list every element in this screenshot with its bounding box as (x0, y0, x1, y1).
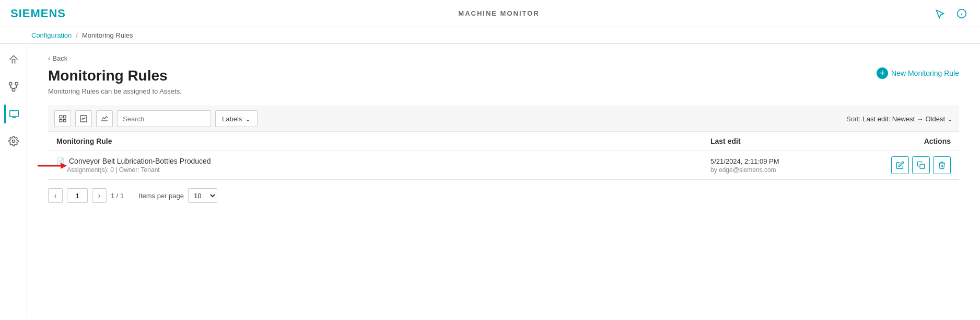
svg-rect-14 (60, 116, 62, 118)
toolbar: Labels ⌄ Sort: Last edit: Newest → Oldes… (48, 106, 959, 132)
svg-rect-5 (12, 88, 15, 91)
sort-chevron-icon[interactable]: ⌄ (947, 115, 953, 123)
delete-rule-button[interactable] (933, 156, 951, 174)
rule-name: Conveyor Belt Lubrication-Bottles Produc… (69, 157, 211, 165)
sort-label: Sort: (846, 115, 860, 123)
page-title-area: Monitoring Rules (48, 67, 168, 84)
main-layout: ‹ Back Monitoring Rules + New Monitoring… (0, 44, 980, 317)
svg-rect-17 (63, 119, 66, 122)
cursor-icon-button[interactable] (932, 6, 948, 21)
rule-name-cell: 📄 Conveyor Belt Lubrication-Bottles Prod… (56, 157, 710, 174)
svg-rect-15 (63, 116, 66, 118)
svg-rect-3 (9, 83, 11, 85)
svg-rect-10 (10, 110, 19, 117)
rule-name-row: 📄 Conveyor Belt Lubrication-Bottles Prod… (56, 157, 211, 165)
page-total: 1 / 1 (111, 192, 124, 200)
view-list-button[interactable] (54, 110, 71, 127)
view-chart-button[interactable] (75, 110, 92, 127)
breadcrumb-monitoring-rules: Monitoring Rules (82, 31, 133, 39)
last-edit-by: by edge@siemens.com (710, 166, 857, 174)
sort-value[interactable]: Last edit: Newest → Oldest (862, 115, 945, 123)
svg-marker-21 (61, 163, 67, 169)
back-chevron-icon: ‹ (48, 54, 50, 62)
page-number-input[interactable] (67, 188, 88, 203)
labels-dropdown-button[interactable]: Labels ⌄ (215, 110, 258, 127)
breadcrumb-configuration[interactable]: Configuration (31, 31, 72, 39)
items-per-page-label: Items per page (138, 192, 184, 200)
svg-point-13 (12, 140, 15, 143)
sidebar-item-home[interactable] (4, 50, 23, 69)
sidebar-item-settings[interactable] (4, 132, 23, 151)
svg-rect-16 (60, 119, 62, 122)
siemens-logo: SIEMENS (10, 7, 66, 20)
col-header-last-edit: Last edit (710, 137, 857, 145)
table-row: 📄 Conveyor Belt Lubrication-Bottles Prod… (48, 151, 959, 180)
svg-line-9 (14, 88, 17, 89)
view-graph-button[interactable] (96, 110, 113, 127)
search-input[interactable] (117, 110, 211, 127)
table-body: 📄 Conveyor Belt Lubrication-Bottles Prod… (48, 151, 959, 180)
items-per-page-select[interactable]: 10 20 50 100 (188, 188, 217, 203)
breadcrumb-separator: / (76, 31, 78, 39)
last-edit-date: 5/21/2024, 2:11:09 PM (710, 157, 857, 165)
prev-page-button[interactable]: ‹ (48, 188, 63, 203)
page-header-row: Monitoring Rules + New Monitoring Rule (48, 67, 959, 84)
rule-meta: Assignment(s): 0 | Owner: Tenant (56, 166, 160, 174)
back-button[interactable]: ‹ Back (48, 54, 959, 62)
col-header-actions: Actions (857, 137, 951, 145)
col-header-rule: Monitoring Rule (56, 137, 710, 145)
content-area: ‹ Back Monitoring Rules + New Monitoring… (27, 44, 980, 317)
new-monitoring-rule-button[interactable]: + New Monitoring Rule (877, 67, 959, 79)
sidebar (0, 44, 27, 317)
labels-label: Labels (222, 115, 242, 123)
table-header: Monitoring Rule Last edit Actions (48, 132, 959, 151)
new-rule-label: New Monitoring Rule (891, 69, 959, 77)
last-edit-cell: 5/21/2024, 2:11:09 PM by edge@siemens.co… (710, 157, 857, 174)
app-title: MACHINE MONITOR (458, 9, 539, 17)
sort-area: Sort: Last edit: Newest → Oldest ⌄ (846, 115, 953, 123)
next-page-button[interactable]: › (92, 188, 107, 203)
sidebar-item-topology[interactable] (4, 77, 23, 96)
header-icons (932, 6, 970, 21)
svg-line-8 (10, 88, 14, 89)
actions-cell (857, 156, 951, 174)
top-header: SIEMENS MACHINE MONITOR (0, 0, 980, 27)
page-subtitle: Monitoring Rules can be assigned to Asse… (48, 87, 959, 95)
edit-rule-button[interactable] (891, 156, 909, 174)
breadcrumb: Configuration / Monitoring Rules (0, 27, 980, 44)
svg-rect-4 (15, 83, 18, 85)
pagination: ‹ › 1 / 1 Items per page 10 20 50 100 (48, 180, 959, 211)
copy-rule-button[interactable] (912, 156, 930, 174)
red-arrow-indicator (38, 161, 67, 170)
svg-rect-22 (920, 164, 925, 169)
sidebar-item-monitor[interactable] (4, 105, 23, 123)
back-label: Back (52, 54, 67, 62)
page-title: Monitoring Rules (48, 67, 168, 84)
info-icon-button[interactable] (954, 6, 970, 21)
labels-chevron-icon: ⌄ (245, 115, 251, 123)
plus-circle-icon: + (877, 67, 888, 79)
